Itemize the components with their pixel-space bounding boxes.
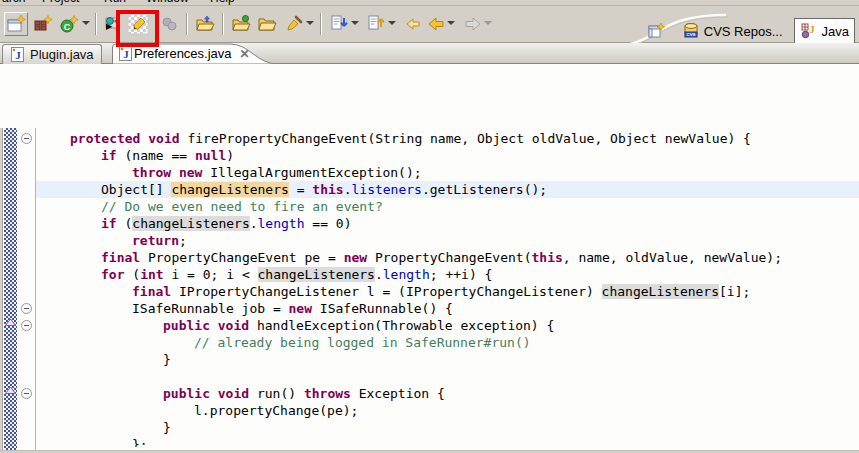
- cvs-perspective-label: CVS Repos...: [704, 24, 783, 39]
- menu-bar: archProjectRunWindowHelp: [0, 0, 859, 6]
- new-class-icon: C: [59, 14, 79, 34]
- java-perspective-icon: J: [800, 22, 818, 40]
- code-line: ISafeRunnable job = new ISafeRunnable() …: [36, 300, 859, 317]
- menu-item-window[interactable]: Window: [146, 0, 189, 5]
- new-package-icon: [33, 14, 53, 34]
- java-perspective-label: Java: [822, 24, 849, 39]
- paintbrush-button[interactable]: [282, 12, 306, 36]
- last-edit-location-button[interactable]: [402, 12, 426, 36]
- fold-collapse-icon[interactable]: [21, 388, 32, 399]
- code-line: [36, 368, 859, 385]
- editor-left-border: [0, 128, 3, 453]
- svg-text:CVS: CVS: [686, 32, 695, 37]
- toolbar-separator: [320, 13, 322, 35]
- menu-item-run[interactable]: Run: [104, 0, 126, 5]
- code-line: if (name == null): [36, 147, 859, 164]
- open-type-folder-icon: [195, 14, 215, 34]
- last-edit-arrow-icon: [404, 14, 424, 34]
- back-dropdown-icon[interactable]: [447, 21, 455, 25]
- open-perspective-icon: [648, 22, 666, 40]
- svg-text:J: J: [123, 48, 129, 60]
- java-editor: protected void firePropertyChangeEvent(S…: [0, 64, 859, 450]
- open-perspective-button[interactable]: [643, 19, 671, 43]
- next-annotation-icon: [330, 14, 350, 34]
- forward-dropdown-icon[interactable]: [484, 21, 492, 25]
- cvs-repository-icon: CVS: [682, 22, 700, 40]
- menu-item-project[interactable]: Project: [42, 0, 79, 5]
- code-line: // already being logged in SafeRunner#ru…: [36, 334, 859, 351]
- code-line: protected void firePropertyChangeEvent(S…: [36, 130, 859, 147]
- svg-text:J: J: [809, 23, 815, 35]
- tab-label: Plugin.java: [30, 47, 94, 62]
- java-file-icon: J: [10, 47, 25, 62]
- new-button[interactable]: [4, 12, 28, 36]
- open-folder-button[interactable]: [255, 12, 279, 36]
- new-class-dropdown-icon[interactable]: [82, 21, 90, 25]
- previous-annotation-button[interactable]: [365, 12, 389, 36]
- open-type-button[interactable]: [193, 12, 217, 36]
- code-line: // Do we even need to fire an event?: [36, 198, 859, 215]
- new-wizard-icon: [6, 14, 26, 34]
- folding-ruler[interactable]: [17, 128, 36, 453]
- code-line: final IPropertyChangeListener l = (IProp…: [36, 283, 859, 300]
- forward-arrow-icon: [463, 14, 483, 34]
- open-folder-green-button[interactable]: [229, 12, 253, 36]
- fold-collapse-icon[interactable]: [21, 320, 32, 331]
- previous-annotation-icon: [367, 14, 387, 34]
- menu-item-help[interactable]: Help: [210, 0, 235, 5]
- toolbar-separator: [186, 13, 188, 35]
- code-line: for (int i = 0; i < changeListeners.leng…: [36, 266, 859, 283]
- spheres-button[interactable]: [158, 12, 182, 36]
- toolbar-separator: [95, 13, 97, 35]
- forward-button[interactable]: [461, 12, 485, 36]
- back-arrow-icon: [426, 14, 446, 34]
- cvs-perspective-button[interactable]: CVS CVS Repos...: [677, 19, 788, 43]
- code-line: if (changeListeners.length == 0): [36, 215, 859, 232]
- main-toolbar: C: [0, 7, 859, 43]
- next-annotation-dropdown-icon[interactable]: [351, 21, 359, 25]
- code-line: }: [36, 351, 859, 368]
- code-line: return;: [36, 232, 859, 249]
- previous-annotation-dropdown-icon[interactable]: [388, 21, 396, 25]
- code-line: };: [36, 436, 859, 447]
- paintbrush-dropdown-icon[interactable]: [306, 21, 314, 25]
- paintbrush-icon: [284, 14, 304, 34]
- tab-close-icon[interactable]: ✕: [240, 47, 250, 61]
- code-line: l.propertyChange(pe);: [36, 402, 859, 419]
- java-perspective-button[interactable]: J Java: [794, 18, 855, 44]
- back-button[interactable]: [424, 12, 448, 36]
- override-indicator-icon: [5, 318, 16, 326]
- code-line: public void run() throws Exception {: [36, 385, 859, 402]
- tab-label: Preferences.java: [134, 46, 232, 61]
- code-line: }: [36, 419, 859, 436]
- next-annotation-button[interactable]: [328, 12, 352, 36]
- code-line: final PropertyChangeEvent pe = new Prope…: [36, 249, 859, 266]
- fold-collapse-icon[interactable]: [21, 303, 32, 314]
- fold-collapse-icon[interactable]: [21, 133, 32, 144]
- svg-text:C: C: [64, 22, 71, 32]
- folder-icon: [257, 14, 277, 34]
- code-line: throw new IllegalArgumentException();: [36, 164, 859, 181]
- svg-text:J: J: [15, 49, 21, 61]
- override-indicator-icon: [5, 386, 16, 394]
- code-text-area[interactable]: protected void firePropertyChangeEvent(S…: [36, 130, 859, 447]
- new-class-button[interactable]: C: [57, 12, 81, 36]
- java-file-icon: J: [118, 46, 133, 61]
- spheres-icon: [160, 14, 180, 34]
- folder-green-icon: [231, 14, 251, 34]
- toolbar-separator: [222, 13, 224, 35]
- annotation-ruler[interactable]: [4, 128, 17, 453]
- new-package-button[interactable]: [31, 12, 55, 36]
- menu-item-arch[interactable]: arch: [2, 0, 25, 5]
- tab-plugin-java[interactable]: J Plugin.java: [2, 44, 102, 64]
- code-line: public void handleException(Throwable ex…: [36, 317, 859, 334]
- highlight-annotation-box: [116, 10, 159, 47]
- code-line: Object[] changeListeners = this.listener…: [36, 181, 859, 198]
